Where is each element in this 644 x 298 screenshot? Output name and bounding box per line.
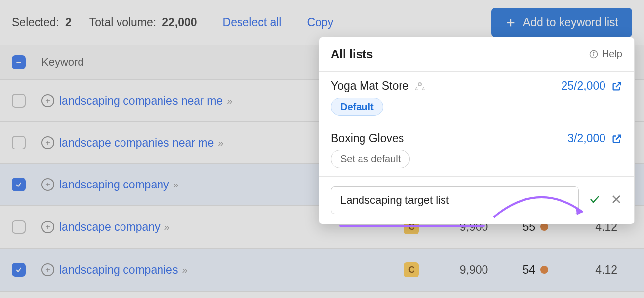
list-count[interactable]: 3/2,000 — [567, 132, 622, 145]
add-to-keyword-list-button[interactable]: Add to keyword list — [491, 8, 632, 37]
expand-icon[interactable] — [41, 178, 54, 191]
annotation-underline — [339, 225, 485, 227]
copy-link[interactable]: Copy — [307, 16, 333, 29]
svg-point-16 — [418, 83, 421, 86]
keyword-link[interactable]: landscaping companies near me — [59, 94, 223, 108]
row-checkbox[interactable] — [12, 178, 26, 191]
keyword-column-header[interactable]: Keyword — [41, 56, 84, 69]
intent-badge: C — [404, 262, 419, 277]
selected-count: 2 — [65, 16, 72, 29]
expand-icon[interactable] — [41, 263, 54, 276]
last-cell: 4.12 — [583, 263, 617, 277]
set-default-button[interactable]: Set as default — [331, 150, 410, 168]
svg-point-15 — [593, 52, 594, 53]
cancel-new-list-button[interactable] — [610, 193, 622, 207]
chevron-right-icon: » — [218, 137, 223, 149]
external-link-icon — [611, 81, 622, 92]
deselect-all-link[interactable]: Deselect all — [223, 16, 282, 29]
default-badge: Default — [331, 98, 383, 116]
row-checkbox[interactable] — [12, 263, 26, 277]
expand-icon[interactable] — [41, 136, 54, 149]
info-icon — [589, 50, 598, 59]
external-link-icon — [611, 133, 622, 144]
row-checkbox[interactable] — [12, 220, 26, 234]
svg-point-18 — [422, 88, 424, 90]
dropdown-title: All lists — [331, 47, 373, 61]
close-icon — [610, 193, 622, 205]
help-label: Help — [602, 48, 622, 60]
expand-icon[interactable] — [41, 94, 54, 107]
chevron-right-icon: » — [227, 95, 232, 107]
kd-cell: 54 — [523, 263, 548, 277]
chevron-right-icon: » — [164, 222, 170, 233]
keyword-list-item[interactable]: Boxing Gloves3/2,000Set as default — [319, 124, 634, 176]
keyword-link[interactable]: landscaping companies — [59, 263, 178, 277]
keyword-list-item[interactable]: Yoga Mat Store25/2,000Default — [319, 72, 634, 124]
table-row: landscaping companies»C9,900544.12 — [0, 249, 644, 292]
add-button-label: Add to keyword list — [523, 16, 618, 29]
keyword-list-dropdown: All lists Help Yoga Mat Store25/2,000Def… — [319, 37, 635, 224]
total-volume-value: 22,000 — [162, 16, 197, 29]
chevron-right-icon: » — [182, 264, 187, 276]
help-link[interactable]: Help — [589, 48, 622, 60]
chevron-right-icon: » — [173, 179, 178, 190]
keyword-link[interactable]: landscape companies near me — [59, 136, 214, 149]
new-list-row — [319, 177, 634, 224]
selected-label: Selected: — [12, 16, 59, 29]
keyword-link[interactable]: landscape company — [59, 221, 161, 234]
total-volume-label: Total volume: — [89, 16, 157, 29]
new-list-name-input[interactable] — [331, 186, 579, 214]
row-checkbox[interactable] — [12, 94, 26, 108]
volume-cell: 9,900 — [453, 263, 488, 277]
row-checkbox[interactable] — [12, 136, 26, 149]
check-icon — [589, 193, 601, 205]
kd-dot-icon — [540, 266, 548, 274]
svg-point-17 — [415, 88, 417, 90]
confirm-new-list-button[interactable] — [589, 193, 601, 207]
shared-icon — [414, 80, 426, 92]
select-all-checkbox[interactable] — [12, 55, 26, 69]
keyword-link[interactable]: landscaping company — [59, 178, 169, 191]
list-name: Boxing Gloves — [331, 132, 404, 145]
expand-icon[interactable] — [41, 221, 54, 233]
dropdown-header: All lists Help — [319, 37, 634, 72]
list-name: Yoga Mat Store — [331, 79, 409, 93]
row-metrics: C9,900544.12 — [404, 262, 632, 277]
list-count[interactable]: 25/2,000 — [561, 79, 622, 93]
plus-icon — [505, 17, 516, 28]
